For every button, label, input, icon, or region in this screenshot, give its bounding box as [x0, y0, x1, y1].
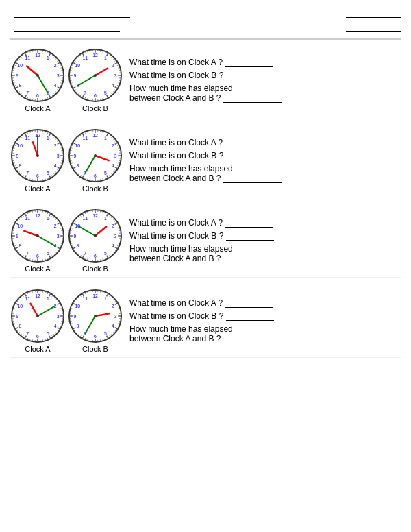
svg-text:5: 5: [104, 331, 107, 336]
answer1-3: [225, 218, 273, 228]
svg-text:8: 8: [18, 83, 21, 88]
answer1-4: [225, 298, 273, 308]
svg-text:5: 5: [47, 331, 49, 336]
clock-b-container-2: 121234567891011 Clock B: [68, 128, 123, 193]
questions-4: What time is on Clock A ? What time is o…: [129, 298, 401, 343]
problem-row-3: 121234567891011 Clock A 121234567891011 …: [10, 204, 401, 278]
problem-row-2: 121234567891011 Clock A 121234567891011 …: [10, 124, 401, 197]
svg-text:10: 10: [18, 223, 23, 228]
teacher-field: [14, 21, 120, 32]
svg-text:4: 4: [112, 83, 114, 88]
answer2-1: [226, 71, 274, 80]
svg-text:2: 2: [112, 63, 114, 68]
svg-text:2: 2: [54, 63, 57, 68]
svg-text:4: 4: [112, 163, 114, 168]
svg-text:7: 7: [26, 251, 29, 256]
clock-a-container-3: 121234567891011 Clock A: [10, 208, 65, 273]
clock-b-label-2: Clock B: [82, 184, 108, 193]
svg-text:12: 12: [92, 133, 98, 138]
clock-b-label-3: Clock B: [82, 265, 108, 273]
svg-text:7: 7: [84, 90, 86, 95]
date-field: [346, 21, 401, 32]
problem-row-4: 121234567891011 Clock A 121234567891011 …: [10, 285, 401, 358]
svg-text:7: 7: [26, 90, 29, 95]
svg-text:11: 11: [82, 216, 88, 221]
svg-text:8: 8: [18, 163, 21, 168]
svg-text:9: 9: [16, 314, 18, 319]
svg-text:1: 1: [47, 296, 49, 301]
q1-2: What time is on Clock A ?: [129, 138, 401, 147]
clock-a-label-3: Clock A: [25, 265, 50, 273]
q3-4: How much time has elapsed between Clock …: [129, 324, 401, 343]
svg-text:9: 9: [73, 314, 76, 319]
svg-text:12: 12: [92, 213, 98, 218]
q2-3: What time is on Clock B ?: [129, 231, 401, 241]
svg-text:6: 6: [94, 93, 97, 98]
clock-b-container-4: 121234567891011 Clock B: [68, 289, 123, 353]
q3-2: How much time has elapsed between Clock …: [129, 164, 401, 183]
answer3-4: [223, 334, 282, 343]
svg-text:11: 11: [82, 136, 88, 141]
svg-text:2: 2: [54, 223, 57, 228]
svg-text:10: 10: [18, 304, 23, 309]
svg-text:6: 6: [94, 334, 97, 339]
svg-text:4: 4: [54, 83, 57, 88]
clock-a-container-2: 121234567891011 Clock A: [10, 128, 65, 193]
q2-4: What time is on Clock B ?: [129, 311, 401, 321]
svg-text:1: 1: [47, 216, 49, 221]
svg-text:12: 12: [35, 213, 40, 218]
svg-text:10: 10: [75, 304, 81, 309]
clock-b-label-4: Clock B: [82, 345, 108, 353]
svg-text:6: 6: [36, 93, 39, 98]
svg-text:9: 9: [16, 73, 18, 78]
answer3-2: [223, 173, 282, 183]
q3-1: How much time has elapsed between Clock …: [129, 84, 401, 103]
svg-point-303: [94, 154, 97, 157]
svg-text:1: 1: [104, 216, 107, 221]
svg-text:2: 2: [112, 304, 114, 309]
answer1-1: [225, 58, 273, 67]
svg-text:4: 4: [54, 163, 57, 168]
name-field: [14, 7, 130, 18]
svg-text:5: 5: [47, 171, 49, 176]
svg-point-531: [36, 315, 39, 317]
svg-text:9: 9: [16, 234, 18, 239]
svg-text:11: 11: [25, 216, 30, 221]
svg-text:11: 11: [25, 296, 30, 301]
svg-text:6: 6: [94, 173, 97, 178]
svg-text:5: 5: [104, 171, 107, 176]
svg-text:5: 5: [104, 90, 107, 95]
svg-text:9: 9: [73, 234, 76, 239]
svg-text:9: 9: [73, 73, 76, 78]
svg-text:6: 6: [36, 254, 39, 258]
clock-a-container-4: 121234567891011 Clock A: [10, 289, 65, 353]
q3-3: How much time has elapsed between Clock …: [129, 244, 401, 263]
svg-point-151: [94, 74, 97, 77]
svg-text:8: 8: [76, 243, 79, 248]
q1-3: What time is on Clock A ?: [129, 218, 401, 228]
svg-point-227: [36, 154, 39, 157]
questions-2: What time is on Clock A ? What time is o…: [129, 138, 401, 183]
svg-text:3: 3: [57, 314, 60, 319]
q2-2: What time is on Clock B ?: [129, 151, 401, 160]
q2-1: What time is on Clock B ?: [129, 71, 401, 80]
svg-text:6: 6: [36, 173, 39, 178]
svg-text:1: 1: [104, 296, 107, 301]
svg-text:8: 8: [18, 243, 21, 248]
divider: [10, 38, 401, 40]
svg-text:12: 12: [92, 293, 98, 298]
svg-text:1: 1: [104, 56, 107, 60]
answer2-4: [226, 311, 274, 321]
svg-text:12: 12: [92, 53, 98, 58]
questions-3: What time is on Clock A ? What time is o…: [129, 218, 401, 263]
problem-row-1: 121234567891011 Clock A 121234567891011 …: [10, 44, 401, 117]
svg-text:11: 11: [82, 296, 88, 301]
svg-text:7: 7: [84, 251, 86, 256]
svg-text:3: 3: [114, 73, 117, 78]
svg-text:7: 7: [26, 171, 29, 176]
svg-text:2: 2: [54, 143, 57, 148]
svg-text:4: 4: [112, 324, 114, 328]
svg-text:11: 11: [82, 56, 88, 60]
svg-text:5: 5: [104, 251, 107, 256]
q1-1: What time is on Clock A ?: [129, 58, 401, 67]
